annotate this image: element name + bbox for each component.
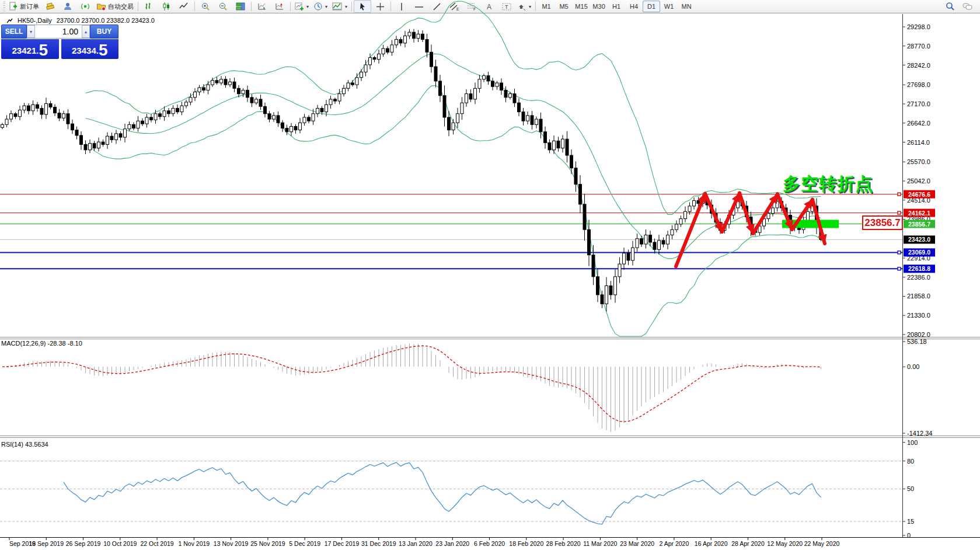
sell-price-button[interactable]: 23421.5 (1, 39, 59, 59)
volume-increase-button[interactable]: ▲ (82, 25, 90, 38)
svg-text:23 Jan 2020: 23 Jan 2020 (435, 540, 469, 547)
bollinger-upper (86, 1, 821, 214)
rsi-indicator-label: RSI(14) 43.5634 (1, 441, 48, 448)
svg-text:0: 0 (907, 532, 911, 539)
svg-text:24162.1: 24162.1 (908, 210, 930, 217)
rsi-line (64, 462, 821, 524)
date-axis: Sep 201916 Sep 201926 Sep 201910 Oct 201… (9, 538, 840, 547)
chart-ohlc-values: 23700.0 23700.0 23382.0 23423.0 (57, 17, 155, 24)
svg-text:24676.6: 24676.6 (908, 191, 930, 198)
chart-title: HK50-,Daily 23700.0 23700.0 23382.0 2342… (7, 17, 155, 24)
svg-text:31 Dec 2019: 31 Dec 2019 (361, 540, 396, 547)
svg-text:13 Jan 2020: 13 Jan 2020 (399, 540, 433, 547)
volume-decrease-button[interactable]: ▼ (27, 25, 35, 38)
svg-text:6 Feb 2020: 6 Feb 2020 (474, 540, 505, 547)
buy-price-main: 23434 (72, 44, 96, 58)
svg-text:28242.0: 28242.0 (907, 62, 930, 69)
bollinger-bands (86, 1, 821, 336)
level-marker (898, 267, 901, 270)
svg-text:23069.0: 23069.0 (908, 249, 930, 256)
svg-text:26 Sep 2019: 26 Sep 2019 (66, 540, 101, 547)
svg-text:23423.0: 23423.0 (908, 236, 930, 243)
price-tag-annotation: 23856.7 (862, 215, 903, 230)
macd-signal-line (2, 346, 821, 422)
svg-text:26114.0: 26114.0 (907, 139, 930, 146)
macd-indicator-label: MACD(12,26,9) -28.38 -8.10 (1, 340, 82, 347)
buy-price-fraction: 5 (99, 43, 108, 58)
chart-symbol: HK50-,Daily (18, 17, 52, 24)
price-axis: 29298.028770.028242.027698.027170.026642… (898, 23, 935, 539)
sell-price-main: 23421 (12, 44, 37, 58)
turning-point-annotation: 多空转折点 (783, 172, 873, 196)
svg-text:11 Mar 2020: 11 Mar 2020 (583, 540, 617, 547)
svg-text:25570.0: 25570.0 (907, 158, 930, 165)
svg-text:2 Apr 2020: 2 Apr 2020 (660, 540, 689, 547)
svg-text:27698.0: 27698.0 (907, 81, 930, 88)
svg-text:22 May 2020: 22 May 2020 (804, 540, 840, 547)
buy-price-button[interactable]: 23434.5 (61, 39, 119, 59)
svg-text:28 Apr 2020: 28 Apr 2020 (731, 540, 765, 547)
svg-text:29298.0: 29298.0 (907, 23, 930, 30)
svg-text:28770.0: 28770.0 (907, 43, 930, 50)
svg-text:16 Sep 2019: 16 Sep 2019 (29, 540, 64, 547)
svg-text:22386.0: 22386.0 (907, 274, 930, 281)
svg-text:0.00: 0.00 (907, 363, 919, 370)
svg-text:50: 50 (907, 485, 914, 492)
svg-text:10 Oct 2019: 10 Oct 2019 (103, 540, 137, 547)
svg-text:13 Nov 2019: 13 Nov 2019 (214, 540, 249, 547)
level-marker (898, 193, 901, 196)
svg-text:22618.8: 22618.8 (908, 265, 930, 272)
svg-text:23856.7: 23856.7 (908, 221, 930, 228)
symbol-icon (7, 18, 13, 23)
svg-text:536.18: 536.18 (907, 338, 927, 345)
buy-button[interactable]: BUY (90, 25, 118, 39)
bollinger-middle (86, 54, 821, 259)
svg-text:28 Feb 2020: 28 Feb 2020 (546, 540, 581, 547)
svg-text:27170.0: 27170.0 (907, 100, 930, 107)
main-price-panel (0, 1, 902, 336)
svg-text:26642.0: 26642.0 (907, 120, 930, 127)
svg-text:15: 15 (907, 518, 914, 525)
svg-text:21858.0: 21858.0 (907, 293, 930, 300)
svg-text:5 Dec 2019: 5 Dec 2019 (289, 540, 320, 547)
level-marker (898, 211, 901, 214)
svg-text:1 Nov 2019: 1 Nov 2019 (179, 540, 210, 547)
chart-canvas[interactable]: 29298.028770.028242.027698.027170.026642… (0, 0, 980, 550)
svg-text:25042.0: 25042.0 (907, 177, 930, 185)
rsi-panel (0, 461, 902, 524)
svg-text:17 Dec 2019: 17 Dec 2019 (325, 540, 360, 547)
mt4-window: 新订单 自动交易 (0, 0, 980, 550)
svg-text:16 Apr 2020: 16 Apr 2020 (695, 540, 728, 547)
svg-text:20802.0: 20802.0 (907, 331, 930, 338)
sell-price-fraction: 5 (39, 43, 48, 58)
level-marker (898, 251, 901, 254)
volume-input[interactable] (35, 25, 82, 38)
svg-text:80: 80 (907, 458, 914, 465)
volume-stepper: ▼ ▲ (27, 25, 90, 39)
one-click-trading-panel: SELL ▼ ▲ BUY 23421.5 23434.5 (1, 25, 118, 59)
svg-text:21330.0: 21330.0 (907, 312, 930, 319)
svg-text:18 Feb 2020: 18 Feb 2020 (509, 540, 543, 547)
svg-text:-1412.34: -1412.34 (907, 430, 932, 437)
svg-text:25 Nov 2019: 25 Nov 2019 (250, 540, 285, 547)
svg-text:100: 100 (907, 439, 918, 446)
svg-text:22 Oct 2019: 22 Oct 2019 (140, 540, 173, 547)
macd-panel (2, 343, 821, 431)
svg-text:12 May 2020: 12 May 2020 (767, 540, 803, 547)
sell-button[interactable]: SELL (1, 25, 27, 39)
svg-text:23 Mar 2020: 23 Mar 2020 (620, 540, 654, 547)
